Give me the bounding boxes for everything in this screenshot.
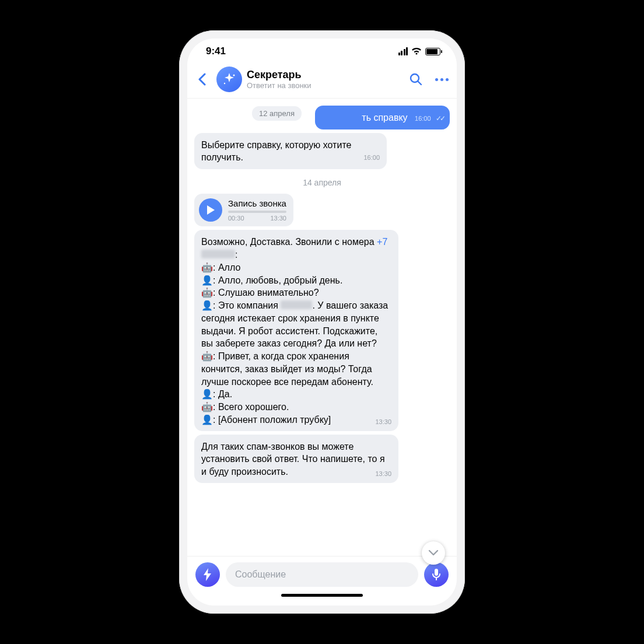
back-button[interactable]	[192, 73, 212, 86]
line: 👤: Алло, любовь, добрый день.	[201, 275, 342, 285]
wifi-icon	[411, 47, 422, 55]
mic-icon	[432, 568, 441, 581]
chat-subtitle: Ответит на звонки	[247, 81, 405, 90]
bolt-icon	[202, 568, 213, 581]
home-indicator	[187, 593, 457, 606]
line: 👤: [Абонент положил трубку]	[201, 415, 331, 425]
line: 🤖: Слушаю внимательно?	[201, 288, 319, 298]
signal-icon	[398, 47, 408, 55]
voice-message[interactable]: Запись звонка 00:30 13:30	[194, 194, 293, 226]
header-titles[interactable]: Секретарь Ответит на звонки	[247, 69, 405, 90]
status-time: 9:41	[206, 46, 226, 57]
status-bar: 9:41	[187, 38, 457, 64]
play-button[interactable]	[199, 198, 222, 222]
mic-button[interactable]	[424, 562, 449, 587]
line: 🤖: Алло	[201, 262, 240, 272]
message-time: 13:30	[375, 470, 391, 478]
chat-header: Секретарь Ответит на звонки	[187, 64, 457, 99]
redacted	[201, 250, 235, 258]
message-input[interactable]: Сообщение	[226, 562, 418, 587]
line: 👤: Да.	[201, 389, 232, 399]
chevron-down-icon	[428, 550, 439, 556]
message-time: 16:00	[415, 115, 431, 122]
line: 🤖: Привет, а когда срок хранения кончитс…	[201, 351, 373, 387]
scroll-to-bottom-button[interactable]	[422, 541, 445, 565]
voice-title: Запись звонка	[228, 198, 286, 208]
input-placeholder: Сообщение	[235, 569, 286, 580]
message-text: ть справку	[362, 113, 407, 123]
svg-rect-3	[435, 569, 438, 576]
more-button[interactable]	[435, 78, 449, 81]
sparkle-icon	[222, 72, 236, 86]
voice-progress[interactable]	[228, 211, 286, 213]
message-time: 16:00	[363, 153, 380, 162]
message-time: 13:30	[375, 418, 391, 426]
avatar[interactable]	[216, 66, 242, 92]
phone-frame: 9:41 Секретарь Ответит на звонки	[179, 30, 465, 614]
message-outgoing[interactable]: ть справку 16:00 ✓✓	[315, 106, 450, 130]
message-text: Для таких спам-звонков вы можете установ…	[201, 442, 385, 477]
message-text: Выберите справку, которую хотите получит…	[201, 140, 351, 162]
input-bar: Сообщение	[187, 556, 457, 593]
read-ticks-icon: ✓✓	[436, 114, 444, 123]
svg-point-0	[233, 75, 235, 76]
transcript-message[interactable]: Возможно, Доставка. Звонили с номера +7 …	[194, 230, 398, 430]
play-icon	[206, 205, 215, 215]
redacted	[281, 300, 312, 309]
voice-time: 13:30	[270, 215, 286, 222]
line: 👤: Это компания	[201, 300, 281, 310]
chat-body[interactable]: 12 апреля ть справку 16:00 ✓✓ Выберите с…	[187, 99, 457, 556]
voice-elapsed: 00:30	[228, 215, 244, 222]
battery-icon	[425, 48, 440, 55]
date-floating: 12 апреля	[252, 106, 302, 121]
date-separator: 14 апреля	[194, 177, 450, 188]
screen: 9:41 Секретарь Ответит на звонки	[187, 38, 457, 606]
line: 🤖: Всего хорошего.	[201, 402, 289, 412]
status-icons	[398, 47, 441, 55]
search-icon[interactable]	[410, 73, 422, 86]
message-incoming[interactable]: Для таких спам-звонков вы можете установ…	[194, 435, 398, 483]
chat-title: Секретарь	[247, 69, 405, 81]
action-button[interactable]	[195, 562, 220, 587]
message-incoming[interactable]: Выберите справку, которую хотите получит…	[194, 133, 387, 169]
chevron-left-icon	[198, 73, 206, 86]
svg-point-1	[224, 83, 225, 84]
